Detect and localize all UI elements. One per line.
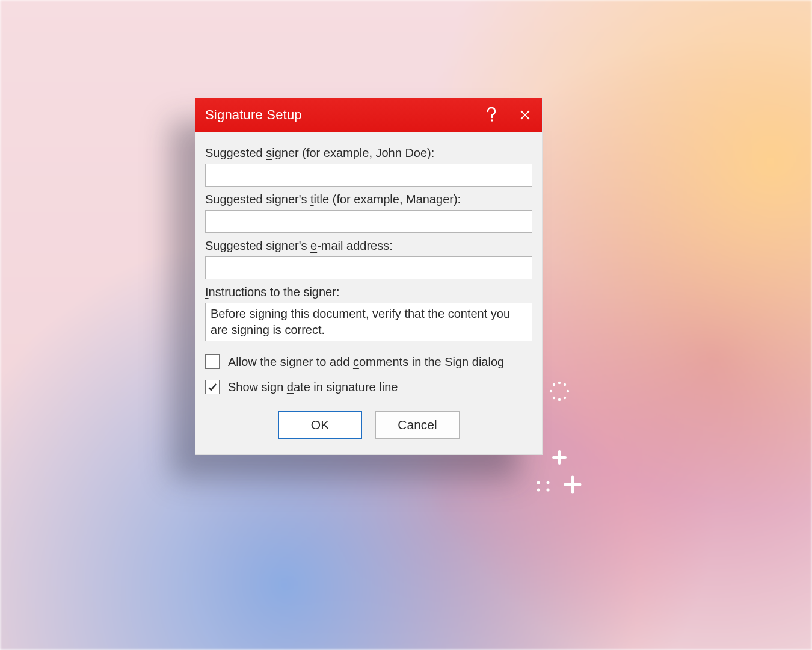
email-input[interactable] xyxy=(205,256,532,279)
close-icon xyxy=(519,109,531,121)
instructions-textarea[interactable] xyxy=(205,303,532,341)
dialog-buttons: OK Cancel xyxy=(205,411,532,439)
allow-comments-checkbox[interactable] xyxy=(205,354,220,369)
signer-input[interactable] xyxy=(205,164,532,187)
title-input[interactable] xyxy=(205,210,532,233)
help-button[interactable] xyxy=(475,98,508,132)
signer-label: Suggested signer (for example, John Doe)… xyxy=(205,145,532,161)
allow-comments-row: Allow the signer to add comments in the … xyxy=(205,354,532,369)
dialog-title: Signature Setup xyxy=(195,107,475,123)
show-date-label: Show sign date in signature line xyxy=(228,380,398,394)
show-date-row: Show sign date in signature line xyxy=(205,380,532,394)
show-date-checkbox[interactable] xyxy=(205,380,220,394)
title-label: Suggested signer's title (for example, M… xyxy=(205,191,532,208)
ok-button[interactable]: OK xyxy=(278,411,362,439)
signature-setup-dialog: Signature Setup Suggested signer (for ex… xyxy=(195,98,543,455)
titlebar: Signature Setup xyxy=(195,98,542,132)
checkmark-icon xyxy=(207,382,218,392)
instructions-label: Instructions to the signer: xyxy=(205,284,532,300)
dialog-body: Suggested signer (for example, John Doe)… xyxy=(195,132,542,454)
allow-comments-label: Allow the signer to add comments in the … xyxy=(228,355,504,369)
email-label: Suggested signer's e-mail address: xyxy=(205,238,532,254)
close-button[interactable] xyxy=(508,98,542,132)
svg-point-16 xyxy=(491,119,493,122)
help-icon xyxy=(486,107,497,123)
cancel-button[interactable]: Cancel xyxy=(375,411,460,439)
